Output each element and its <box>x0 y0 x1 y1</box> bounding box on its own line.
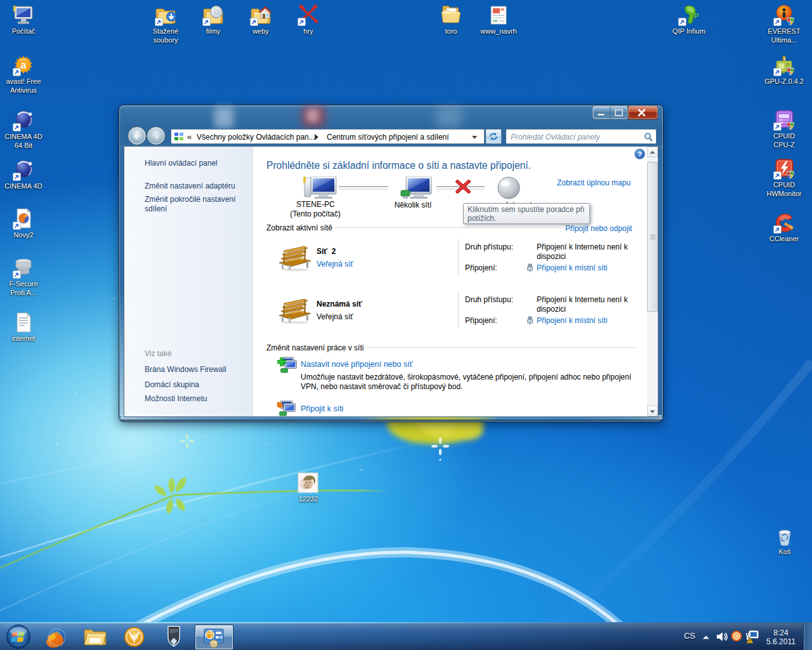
svg-text:a: a <box>21 60 27 70</box>
svg-text:?: ? <box>638 150 642 158</box>
svg-text:P: P <box>694 12 698 20</box>
svg-text:!: ! <box>749 639 750 643</box>
